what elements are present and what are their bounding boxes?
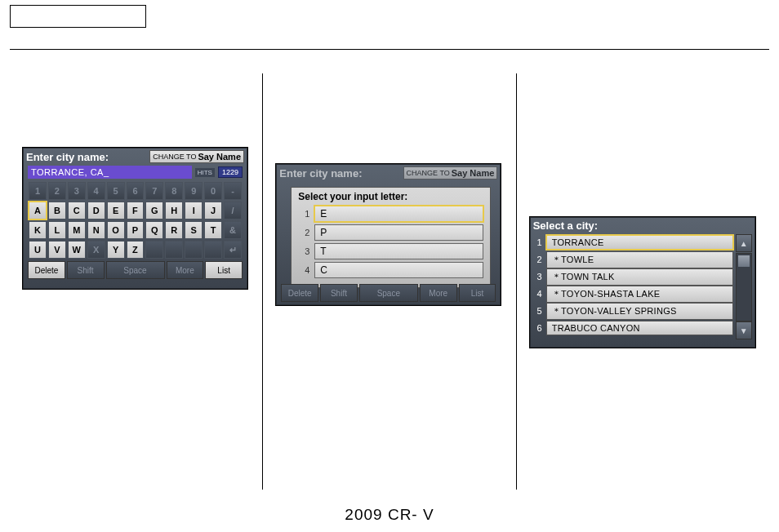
key-N[interactable]: N — [87, 221, 105, 239]
list-item[interactable]: 1 TORRANCE — [533, 234, 733, 250]
key-W[interactable]: W — [68, 241, 86, 259]
column-1: Enter city name: CHANGE TO Say Name TORR… — [10, 73, 262, 490]
list-number: 3 — [533, 272, 546, 282]
space-button[interactable]: Space — [106, 261, 165, 279]
city-name-input[interactable]: TORRANCE, CA_ — [28, 166, 192, 179]
list-number: 2 — [533, 255, 546, 264]
list-cell[interactable]: ＊TOYON-SHASTA LAKE — [546, 286, 733, 303]
top-empty-frame — [10, 5, 146, 28]
input-letter-overlay-screen: Enter city name: CHANGE TO Say Name Sele… — [275, 163, 501, 306]
screen1-title: Enter city name: — [26, 151, 109, 163]
key-9: 9 — [185, 182, 203, 200]
key-6: 6 — [127, 182, 145, 200]
key-D[interactable]: D — [87, 202, 105, 219]
city-list: 1 TORRANCE2＊TOWLE3＊TOWN TALK4＊TOYON-SHAS… — [533, 234, 733, 340]
keyboard-screen: Enter city name: CHANGE TO Say Name TORR… — [22, 147, 248, 290]
input-letter-overlay: Select your input letter: 1E2P3T4C — [291, 187, 491, 288]
key-O[interactable]: O — [107, 221, 125, 239]
say-name-label: Say Name — [198, 152, 241, 162]
key-7: 7 — [145, 182, 163, 200]
more-button[interactable]: More — [167, 261, 204, 279]
key-B[interactable]: B — [48, 202, 66, 219]
key-Y[interactable]: Y — [107, 241, 125, 259]
column-2: Enter city name: CHANGE TO Say Name Sele… — [262, 73, 515, 490]
list-cell[interactable]: ＊TOYON-VALLEY SPRINGS — [546, 303, 733, 320]
key-Q[interactable]: Q — [145, 221, 163, 239]
key-T[interactable]: T — [204, 221, 222, 239]
key-H[interactable]: H — [165, 202, 183, 219]
screen2-title: Enter city name: — [279, 167, 362, 180]
hits-label: HITS — [195, 168, 215, 177]
key-8: 8 — [165, 182, 183, 200]
list-cell[interactable]: TRABUCO CANYON — [546, 321, 733, 335]
onscreen-keyboard: 1234567890- ABCDEFGHIJ/ KLMNOPQRST& UVWX… — [28, 181, 243, 259]
key-M[interactable]: M — [68, 221, 86, 239]
shift-button[interactable]: Shift — [67, 261, 105, 279]
shift-button-dim: Shift — [320, 284, 358, 302]
scroll-down-button[interactable]: ▼ — [736, 321, 752, 339]
list-item[interactable]: 6 TRABUCO CANYON — [533, 320, 733, 336]
key-E[interactable]: E — [107, 202, 125, 219]
list-item[interactable]: 3＊TOWN TALK — [533, 268, 733, 285]
option-number: 1 — [298, 209, 309, 219]
key-/: / — [224, 202, 242, 219]
footer-model-year: 2009 CR- V — [0, 506, 779, 524]
key-↵: ↵ — [224, 241, 242, 259]
key-F[interactable]: F — [127, 202, 145, 219]
option-number: 4 — [298, 265, 309, 275]
scroll-up-button[interactable]: ▲ — [736, 234, 752, 252]
list-cell[interactable]: TORRANCE — [546, 235, 733, 250]
list-cell[interactable]: ＊TOWN TALK — [546, 268, 733, 286]
space-button-dim: Space — [359, 284, 418, 302]
key-4: 4 — [87, 182, 105, 200]
key-K[interactable]: K — [29, 221, 47, 239]
key-R[interactable]: R — [165, 221, 183, 239]
key-S[interactable]: S — [185, 221, 203, 239]
key-&: & — [224, 221, 242, 239]
option-T[interactable]: T — [314, 243, 483, 259]
key-U[interactable]: U — [29, 241, 47, 259]
option-number: 3 — [298, 246, 309, 256]
key-1: 1 — [29, 182, 47, 200]
say-name-button[interactable]: CHANGE TO Say Name — [149, 150, 244, 163]
key-I[interactable]: I — [185, 202, 203, 219]
more-button-dim: More — [420, 284, 457, 302]
key-blank — [185, 241, 203, 259]
key-5: 5 — [107, 182, 125, 200]
key-A[interactable]: A — [29, 202, 47, 219]
key-X: X — [87, 241, 105, 259]
list-button-dim: List — [459, 284, 496, 302]
scroll-thumb[interactable] — [738, 255, 750, 267]
key-blank — [165, 241, 183, 259]
list-item[interactable]: 5＊TOYON-VALLEY SPRINGS — [533, 303, 733, 319]
option-C[interactable]: C — [314, 262, 483, 278]
option-E[interactable]: E — [314, 206, 483, 222]
key-2: 2 — [48, 182, 66, 200]
column-3: Select a city: 1 TORRANCE2＊TOWLE3＊TOWN T… — [516, 73, 769, 490]
three-column-layout: Enter city name: CHANGE TO Say Name TORR… — [10, 73, 769, 490]
key-P[interactable]: P — [127, 221, 145, 239]
key-C[interactable]: C — [68, 202, 86, 219]
option-number: 2 — [298, 228, 309, 237]
key-blank — [204, 241, 222, 259]
key-G[interactable]: G — [145, 202, 163, 219]
key-Z[interactable]: Z — [127, 241, 145, 259]
list-number: 4 — [533, 289, 546, 299]
list-number: 6 — [533, 323, 546, 333]
list-item[interactable]: 2＊TOWLE — [533, 251, 733, 268]
select-city-screen: Select a city: 1 TORRANCE2＊TOWLE3＊TOWN T… — [529, 216, 756, 348]
key-blank — [145, 241, 163, 259]
key--: - — [224, 182, 242, 200]
key-V[interactable]: V — [48, 241, 66, 259]
key-J[interactable]: J — [204, 202, 222, 219]
key-L[interactable]: L — [48, 221, 66, 239]
change-to-label: CHANGE TO — [153, 153, 196, 161]
delete-button[interactable]: Delete — [28, 261, 65, 279]
list-number: 5 — [533, 306, 546, 316]
option-P[interactable]: P — [314, 224, 483, 241]
list-scrollbar[interactable]: ▲ ▼ — [736, 234, 752, 340]
list-button[interactable]: List — [205, 261, 243, 279]
scroll-track[interactable] — [736, 253, 752, 321]
list-item[interactable]: 4＊TOYON-SHASTA LAKE — [533, 286, 733, 302]
list-cell[interactable]: ＊TOWLE — [546, 251, 733, 268]
